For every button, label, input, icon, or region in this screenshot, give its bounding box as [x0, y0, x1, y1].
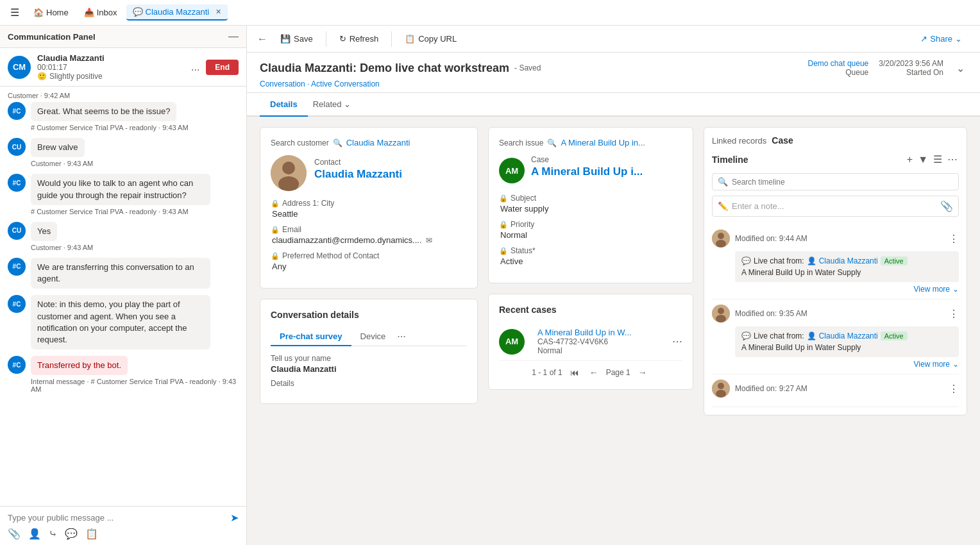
chat-input-row: ➤	[8, 512, 239, 524]
more-options-button[interactable]: ...	[189, 60, 202, 74]
knowledge-button[interactable]: 📋	[85, 528, 98, 540]
share-icon: ↗	[920, 34, 927, 44]
list-timeline-button[interactable]: ☰	[932, 152, 943, 167]
issue-search-link[interactable]: A Mineral Build Up in...	[561, 138, 645, 147]
pencil-icon: ✏️	[718, 201, 728, 211]
avatar: CM	[8, 56, 31, 79]
tab-device[interactable]: Device	[351, 328, 395, 346]
linked-records-header: Linked records Case	[712, 135, 959, 146]
case-item-name[interactable]: A Mineral Build Up in W...	[537, 328, 666, 337]
address-value: Seattle	[271, 209, 467, 219]
transfer-button[interactable]: ⤷	[49, 528, 57, 540]
entry-person[interactable]: Claudia Mazzanti	[819, 256, 878, 265]
priority-field: 🔒 Priority Normal	[499, 220, 682, 240]
add-participant-button[interactable]: 👤	[28, 528, 41, 540]
tl-avatar	[712, 380, 730, 398]
contact-type-label: Contact	[314, 158, 402, 167]
back-button[interactable]: ←	[257, 33, 267, 45]
entry-status-badge: Active	[881, 256, 908, 265]
inbox-label: Inbox	[97, 8, 117, 17]
case-name[interactable]: A Mineral Build Up i...	[531, 165, 643, 178]
note-placeholder[interactable]: Enter a note...	[732, 201, 936, 211]
filter-timeline-button[interactable]: ▼	[917, 153, 929, 167]
tell-us-label: Tell us your name	[271, 354, 467, 363]
attachment-button[interactable]: 📎	[8, 528, 21, 540]
pagination: 1 - 1 of 1 ⏮ ← Page 1 →	[499, 361, 682, 379]
inbox-tab[interactable]: 📥 Inbox	[78, 5, 124, 20]
entry-more-button[interactable]: ⋮	[949, 308, 959, 320]
hamburger-button[interactable]: ☰	[5, 4, 24, 21]
breadcrumb-conversation[interactable]: Conversation	[260, 80, 305, 88]
attach-button[interactable]: 📎	[940, 200, 953, 212]
first-page-button[interactable]: ⏮	[568, 366, 582, 379]
breadcrumb-active-conversation[interactable]: Active Conversation	[311, 80, 380, 88]
timeline-panel: Linked records Case Timeline + ▼ ☰ ⋯	[704, 127, 967, 415]
case-more-button[interactable]: ⋯	[672, 335, 682, 348]
contact-search-icon: 🔍	[333, 138, 342, 147]
next-page-button[interactable]: →	[636, 366, 650, 379]
entry-header: Modified on: 9:27 AM ⋮	[712, 380, 959, 398]
conv-details-title: Conversation details	[271, 310, 467, 320]
view-more-button[interactable]: View more ⌄	[735, 360, 959, 369]
expand-button[interactable]: ⌄	[954, 61, 967, 76]
add-timeline-button[interactable]: +	[906, 153, 914, 167]
entry-more-button[interactable]: ⋮	[949, 233, 959, 245]
priority-value: Normal	[499, 230, 682, 240]
timeline-title: Timeline	[712, 155, 748, 165]
timeline-search-input[interactable]	[732, 178, 953, 187]
msg-meta: # Customer Service Trial PVA - readonly …	[31, 124, 239, 131]
quick-replies-button[interactable]: 💬	[65, 528, 78, 540]
home-tab[interactable]: 🏠 Home	[27, 5, 75, 20]
timeline-entry-1: Modified on: 9:35 AM ⋮ 💬 Live chat from:…	[712, 299, 959, 374]
refresh-label: Refresh	[350, 34, 379, 44]
related-label: Related	[313, 99, 342, 109]
tab-pre-chat[interactable]: Pre-chat survey	[271, 328, 351, 346]
prev-page-button[interactable]: ←	[587, 366, 601, 379]
contact-name[interactable]: Claudia Mazzanti	[314, 168, 402, 181]
tab-related-dropdown[interactable]: Related ⌄	[308, 93, 357, 115]
tell-us-value: Claudia Manzatti	[271, 364, 467, 374]
copy-url-button[interactable]: 📋 Copy URL	[397, 31, 464, 47]
customer-search-link[interactable]: Claudia Mazzanti	[346, 138, 410, 147]
entry-meta: Modified on: 9:27 AM	[735, 384, 943, 393]
msg-group-2: #C Would you like to talk to an agent wh…	[8, 174, 239, 215]
message-bubble: Brew valve	[31, 138, 85, 157]
entry-content: 💬 Live chat from: 👤 Claudia Mazzanti Act…	[735, 326, 959, 357]
panel-header: Communication Panel —	[0, 26, 246, 48]
save-button[interactable]: 💾 Save	[273, 31, 321, 47]
started-date: 3/20/2023 9:56 AM	[879, 59, 943, 68]
msg-row: #C Would you like to talk to an agent wh…	[8, 174, 239, 205]
end-button[interactable]: End	[206, 60, 239, 75]
message-input[interactable]	[8, 513, 225, 523]
message-bubble: Yes	[31, 222, 57, 241]
msg-group-4: #C We are transferring this conversation…	[8, 258, 239, 289]
page-title-row: Claudia Mazzanti: Demo live chat workstr…	[260, 62, 541, 75]
bot-avatar: #C	[8, 102, 26, 120]
tab-details[interactable]: Details	[260, 93, 308, 117]
message-bubble: Note: in this demo, you play the part of…	[31, 295, 210, 349]
page-meta: Demo chat queue Queue 3/20/2023 9:56 AM …	[808, 59, 967, 77]
refresh-button[interactable]: ↻ Refresh	[332, 31, 387, 47]
recent-cases-card: Recent cases AM A Mineral Build Up in W.…	[488, 294, 693, 390]
details-label: Details	[271, 379, 467, 388]
minimize-button[interactable]: —	[228, 31, 239, 42]
lock-icon: 🔒	[499, 247, 508, 255]
queue-link[interactable]: Demo chat queue	[808, 59, 869, 68]
msg-group-6: #C Transferred by the bot. Internal mess…	[8, 356, 239, 393]
active-tab[interactable]: 💬 Claudia Mazzanti ✕	[126, 4, 228, 21]
entry-more-button[interactable]: ⋮	[949, 383, 959, 395]
send-button[interactable]: ➤	[230, 512, 239, 524]
close-tab-icon[interactable]: ✕	[215, 8, 221, 16]
entry-person[interactable]: Claudia Mazzanti	[819, 331, 878, 340]
lock-icon: 🔒	[271, 199, 280, 208]
share-button[interactable]: ↗ Share ⌄	[913, 31, 970, 47]
entry-meta: Modified on: 9:44 AM	[735, 234, 943, 243]
email-row: claudiamazzanti@crmdemo.dynamics.... ✉	[271, 235, 467, 245]
detail-more-button[interactable]: ···	[394, 328, 408, 345]
view-more-button[interactable]: View more ⌄	[735, 285, 959, 294]
email-action-icon[interactable]: ✉	[426, 236, 432, 245]
tell-us-field: Tell us your name Claudia Manzatti	[271, 354, 467, 374]
msg-row: #C Note: in this demo, you play the part…	[8, 295, 239, 349]
msg-meta: Customer · 9:43 AM	[31, 160, 239, 167]
more-timeline-button[interactable]: ⋯	[946, 152, 959, 167]
